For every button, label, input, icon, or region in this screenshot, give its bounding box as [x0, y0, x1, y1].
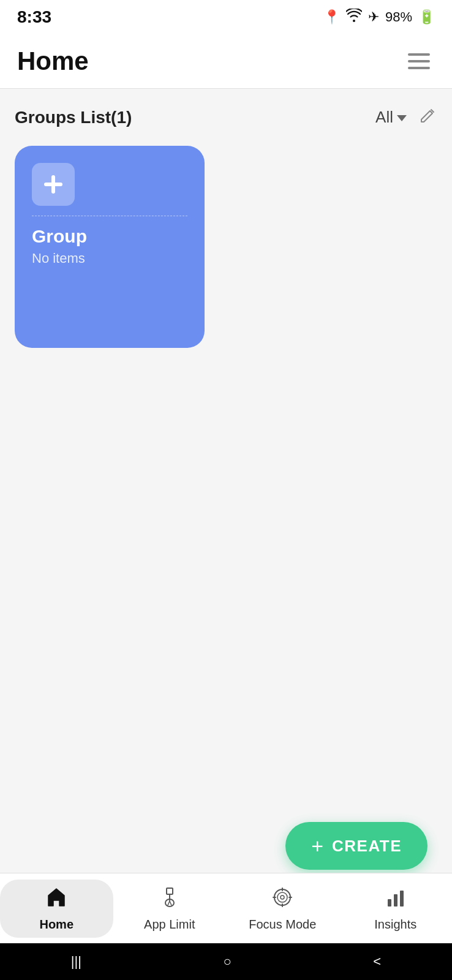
wifi-icon — [346, 9, 362, 26]
card-divider — [32, 216, 187, 216]
create-button[interactable]: + CREATE — [285, 822, 428, 870]
edit-icon[interactable] — [419, 106, 437, 129]
groups-filter: All — [375, 106, 437, 129]
nav-label-insights: Insights — [374, 918, 416, 932]
svg-rect-2 — [167, 888, 173, 894]
svg-point-5 — [277, 892, 287, 902]
nav-item-app-limit[interactable]: App Limit — [113, 880, 227, 938]
svg-rect-1 — [44, 183, 62, 186]
card-add-icon — [32, 163, 75, 206]
main-content: Groups List(1) All Group No items — [0, 89, 452, 885]
fab-plus-icon: + — [311, 835, 323, 856]
menu-button[interactable] — [403, 48, 435, 74]
status-bar: 8:33 📍 ✈ 98% 🔋 — [0, 0, 452, 34]
app-bar: Home — [0, 34, 452, 89]
airplane-icon: ✈ — [368, 9, 379, 25]
svg-point-6 — [281, 895, 284, 899]
nav-label-app-limit: App Limit — [144, 918, 195, 932]
focus-mode-icon — [271, 886, 294, 914]
group-card[interactable]: Group No items — [15, 146, 205, 348]
app-limit-icon — [158, 886, 181, 914]
svg-rect-11 — [388, 899, 391, 907]
location-icon: 📍 — [323, 9, 340, 25]
status-time: 8:33 — [17, 7, 51, 27]
home-button[interactable]: ○ — [224, 954, 232, 970]
groups-list-title: Groups List(1) — [15, 108, 132, 127]
battery-text: 98% — [385, 9, 412, 25]
svg-rect-12 — [394, 894, 397, 907]
svg-point-4 — [274, 889, 290, 905]
fab-label: CREATE — [332, 837, 402, 856]
plus-icon — [41, 172, 66, 197]
battery-icon: 🔋 — [418, 9, 435, 25]
status-icons: 📍 ✈ 98% 🔋 — [323, 9, 435, 26]
nav-item-focus-mode[interactable]: Focus Mode — [226, 880, 339, 938]
groups-header: Groups List(1) All — [15, 106, 437, 129]
nav-label-focus-mode: Focus Mode — [249, 918, 316, 932]
filter-dropdown[interactable]: All — [375, 108, 407, 127]
recents-button[interactable]: ||| — [71, 954, 81, 970]
svg-rect-13 — [400, 891, 404, 907]
nav-item-home[interactable]: Home — [0, 880, 113, 938]
chevron-down-icon — [397, 115, 407, 121]
group-name: Group — [32, 226, 187, 247]
group-items-label: No items — [32, 251, 187, 266]
insights-icon — [384, 886, 407, 914]
fab-container: + CREATE — [285, 822, 428, 870]
nav-label-home: Home — [39, 918, 73, 932]
filter-label: All — [375, 108, 393, 127]
page-title: Home — [17, 47, 89, 76]
system-nav-bar: ||| ○ < — [0, 943, 452, 980]
back-button[interactable]: < — [373, 954, 381, 970]
home-icon — [45, 886, 68, 914]
nav-item-insights[interactable]: Insights — [339, 880, 453, 938]
bottom-nav: Home App Limit Focus Mode — [0, 873, 452, 943]
